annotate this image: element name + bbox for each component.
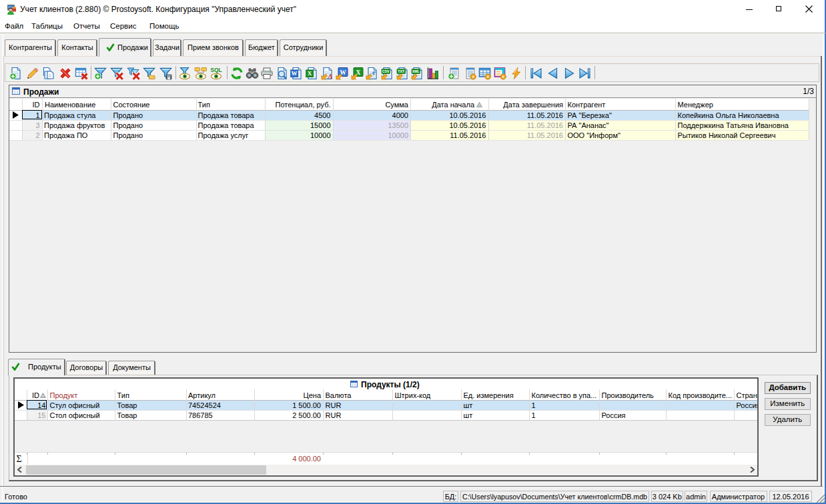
svg-text:CSV: CSV bbox=[382, 69, 390, 73]
svg-text:X: X bbox=[308, 70, 312, 77]
svg-text:XML: XML bbox=[412, 69, 420, 73]
svg-text:X: X bbox=[356, 69, 360, 75]
svg-text:W: W bbox=[292, 70, 298, 77]
svg-text:e: e bbox=[372, 68, 376, 76]
svg-text:SQL: SQL bbox=[210, 67, 222, 73]
svg-text:A: A bbox=[327, 73, 332, 80]
svg-text:TXT: TXT bbox=[398, 69, 405, 73]
